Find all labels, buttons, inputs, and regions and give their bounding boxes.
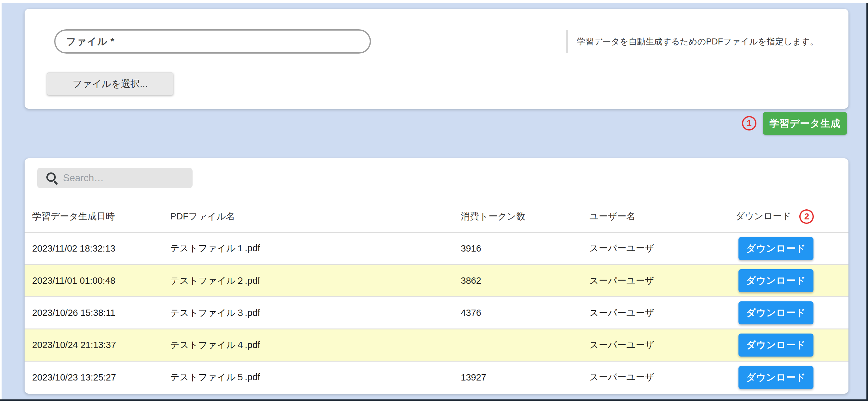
file-select-button[interactable]: ファイルを選択... — [47, 72, 173, 95]
cell-username: スーパーユーザ — [582, 297, 728, 329]
cell-download: ダウンロード — [728, 297, 848, 329]
table-header-row: 学習データ生成日時 PDFファイル名 消費トークン数 ユーザー名 ダウンロード … — [25, 201, 848, 233]
download-button[interactable]: ダウンロード — [739, 237, 813, 260]
cell-download: ダウンロード — [728, 329, 848, 361]
download-button[interactable]: ダウンロード — [739, 301, 813, 325]
search-icon — [46, 172, 58, 184]
cell-tokens: 4376 — [453, 297, 582, 329]
cell-filename: テストファイル２.pdf — [163, 265, 453, 297]
table-row: 2023/10/23 13:25:27 テストファイル５.pdf 13927 ス… — [25, 361, 848, 394]
search-box[interactable] — [37, 168, 193, 188]
cell-username: スーパーユーザ — [582, 361, 728, 394]
column-header-download[interactable]: ダウンロード 2 — [728, 201, 848, 233]
cell-download: ダウンロード — [728, 233, 848, 265]
file-form-card: ファイル * ファイルを選択... 学習データを自動生成するためのPDFファイル… — [25, 9, 848, 109]
cell-download: ダウンロード — [728, 265, 848, 297]
cell-username: スーパーユーザ — [582, 265, 728, 297]
cell-tokens: 3916 — [453, 233, 582, 265]
table-row: 2023/10/24 21:13:37 テストファイル４.pdf スーパーユーザ… — [25, 329, 848, 361]
cell-datetime: 2023/10/24 21:13:37 — [25, 329, 163, 361]
cell-datetime: 2023/10/26 15:38:11 — [25, 297, 163, 329]
cell-username: スーパーユーザ — [582, 233, 728, 265]
table-row: 2023/11/01 01:00:48 テストファイル２.pdf 3862 スー… — [25, 265, 848, 297]
table-row: 2023/10/26 15:38:11 テストファイル３.pdf 4376 スー… — [25, 297, 848, 329]
annotation-circle-2: 2 — [799, 209, 814, 224]
vertical-divider — [566, 30, 568, 53]
history-table: 学習データ生成日時 PDFファイル名 消費トークン数 ユーザー名 ダウンロード … — [25, 201, 848, 394]
frame-border-right — [866, 3, 868, 401]
annotation-1-number: 1 — [747, 118, 752, 128]
table-row: 2023/11/02 18:32:13 テストファイル１.pdf 3916 スー… — [25, 233, 848, 265]
column-header-download-label: ダウンロード — [735, 211, 791, 221]
column-header-datetime[interactable]: 学習データ生成日時 — [25, 201, 163, 233]
history-table-card: 学習データ生成日時 PDFファイル名 消費トークン数 ユーザー名 ダウンロード … — [25, 158, 848, 394]
file-input-field[interactable]: ファイル * — [54, 29, 371, 54]
annotation-circle-1: 1 — [742, 116, 756, 130]
cell-filename: テストファイル４.pdf — [163, 329, 453, 361]
cell-datetime: 2023/11/02 18:32:13 — [25, 233, 163, 265]
cell-tokens: 13927 — [453, 361, 582, 394]
download-button[interactable]: ダウンロード — [739, 269, 813, 292]
column-header-filename[interactable]: PDFファイル名 — [163, 201, 453, 233]
column-header-tokens[interactable]: 消費トークン数 — [453, 201, 582, 233]
annotation-2-number: 2 — [804, 212, 809, 222]
cell-tokens — [453, 329, 582, 361]
generate-training-data-button[interactable]: 学習データ生成 — [763, 112, 847, 135]
cell-tokens: 3862 — [453, 265, 582, 297]
cell-filename: テストファイル５.pdf — [163, 361, 453, 394]
cell-username: スーパーユーザ — [582, 329, 728, 361]
cell-filename: テストファイル１.pdf — [163, 233, 453, 265]
cell-filename: テストファイル３.pdf — [163, 297, 453, 329]
file-field-label: ファイル * — [66, 35, 115, 48]
file-field-description: 学習データを自動生成するためのPDFファイルを指定します。 — [577, 37, 818, 47]
download-button[interactable]: ダウンロード — [739, 334, 813, 357]
download-button[interactable]: ダウンロード — [739, 366, 813, 389]
cell-datetime: 2023/11/01 01:00:48 — [25, 265, 163, 297]
frame-border-bottom — [0, 399, 868, 401]
cell-download: ダウンロード — [728, 361, 848, 394]
content-panel: ファイル * ファイルを選択... 学習データを自動生成するためのPDFファイル… — [2, 3, 866, 399]
cell-datetime: 2023/10/23 13:25:27 — [25, 361, 163, 394]
search-input[interactable] — [62, 172, 193, 184]
column-header-username[interactable]: ユーザー名 — [582, 201, 728, 233]
